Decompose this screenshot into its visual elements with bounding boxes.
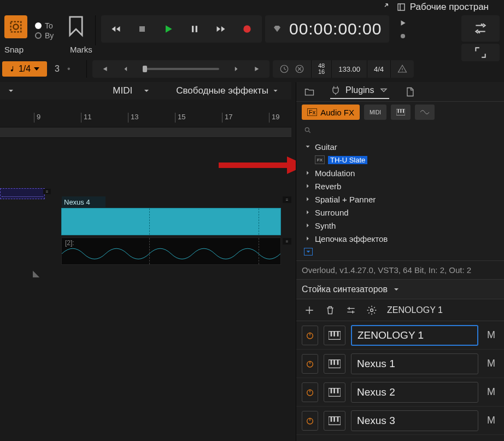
power-button[interactable]: [302, 411, 318, 431]
tree-item-thu-slate[interactable]: FX TH-U Slate: [298, 153, 502, 166]
warning-icon[interactable]: [397, 64, 407, 74]
svg-point-6: [243, 25, 250, 32]
svg-rect-3: [139, 26, 145, 32]
synth-name[interactable]: Nexus 2: [351, 382, 478, 403]
rewind-button[interactable]: [103, 18, 128, 40]
power-button[interactable]: [302, 382, 318, 402]
timeline-ruler[interactable]: 9 11 13 15 17 19: [0, 113, 291, 124]
folder-icon[interactable]: [304, 86, 315, 97]
tree-item-modulation[interactable]: Modulation: [298, 166, 502, 179]
fast-forward-button[interactable]: [208, 18, 233, 40]
tab-plugins[interactable]: Plugins: [330, 85, 389, 99]
file-icon[interactable]: [405, 86, 415, 97]
svg-rect-23: [333, 331, 335, 336]
next-marker-button[interactable]: [225, 61, 247, 77]
marks-count: 3: [55, 64, 60, 74]
svg-rect-9: [13, 66, 13, 71]
goto-end-button[interactable]: [247, 61, 268, 77]
metronome-icon[interactable]: [279, 64, 289, 74]
tree-item-chain[interactable]: Цепочка эффектов: [298, 232, 502, 245]
fx-filter-chip[interactable]: [415, 105, 435, 120]
clip-grip-icon[interactable]: ≡: [43, 189, 51, 194]
mute-button[interactable]: M: [484, 329, 499, 341]
snap-by-dot[interactable]: [35, 32, 42, 39]
free-fx-dropdown[interactable]: Свободные эффекты: [171, 85, 285, 96]
marks-icon[interactable]: [67, 15, 85, 38]
svg-rect-24: [337, 331, 339, 336]
mute-button[interactable]: M: [484, 358, 499, 369]
pause-button[interactable]: [182, 18, 207, 40]
bpm-display[interactable]: 133.00: [331, 60, 367, 78]
clip-label: [2]:: [62, 238, 78, 248]
prev-marker-button[interactable]: [115, 61, 137, 77]
add-synth-button[interactable]: [304, 305, 315, 316]
synth-rack-header[interactable]: Стойка синтезаторов: [296, 279, 504, 299]
svg-rect-15: [398, 109, 399, 113]
clip-grip-icon[interactable]: ≡: [283, 196, 291, 203]
audio-fx-chip[interactable]: Fx Audio FX: [302, 105, 360, 120]
search-input[interactable]: [296, 123, 504, 138]
timesig-display[interactable]: 4/4: [367, 60, 390, 78]
power-button[interactable]: [302, 354, 318, 374]
midi-dropdown[interactable]: MIDI: [107, 85, 138, 96]
clip-lane[interactable]: ≡: [0, 187, 291, 202]
collapse-tri-icon[interactable]: ◣: [33, 268, 39, 278]
svg-point-2: [13, 24, 18, 29]
keyboard-icon[interactable]: [324, 354, 345, 374]
synth-row[interactable]: ZENOLOGY 1M: [296, 321, 504, 350]
synth-name[interactable]: Nexus 3: [351, 410, 478, 431]
timecode-display[interactable]: 00:00:00:00: [265, 15, 389, 43]
svg-rect-39: [337, 416, 339, 421]
clip-grip-icon[interactable]: ≡: [283, 238, 291, 245]
keyboard-icon[interactable]: [324, 382, 345, 402]
mini-record-button[interactable]: [395, 31, 411, 42]
tree-item-reverb[interactable]: Reverb: [298, 179, 502, 193]
chevron-down-icon[interactable]: [142, 86, 151, 95]
timecode-value: 00:00:00:00: [289, 20, 382, 38]
tree-item-surround[interactable]: Surround: [298, 206, 502, 219]
snap-button[interactable]: [4, 15, 27, 38]
stop-button[interactable]: [130, 18, 155, 40]
play-button[interactable]: [156, 18, 181, 40]
expand-button[interactable]: [461, 44, 500, 61]
mini-play-button[interactable]: [395, 18, 411, 28]
goto-start-button[interactable]: [93, 61, 115, 77]
fx-plugin-icon: FX: [315, 155, 325, 164]
mute-button[interactable]: M: [484, 386, 499, 398]
chevron-down-icon: [304, 143, 312, 150]
synth-name[interactable]: ZENOLOGY 1: [351, 325, 478, 346]
audio-clip[interactable]: Nexus 4 ≡: [61, 208, 281, 235]
tap-tempo-icon[interactable]: [295, 64, 304, 74]
beat-display[interactable]: 4816: [311, 60, 331, 78]
synth-row[interactable]: Nexus 3M: [296, 407, 504, 435]
power-button[interactable]: [302, 326, 318, 345]
tree-item-synth[interactable]: Synth: [298, 219, 502, 232]
workspaces-label[interactable]: Рабочие простран: [410, 2, 489, 13]
tree-item-guitar[interactable]: Guitar: [298, 140, 502, 153]
instrument-filter-chip[interactable]: [391, 105, 411, 120]
midi-clip[interactable]: ≡: [0, 188, 45, 199]
synth-name[interactable]: Nexus 1: [351, 353, 478, 374]
chevron-right-icon: [304, 182, 312, 190]
waveform-clip[interactable]: [2]: ≡: [61, 237, 281, 265]
record-button[interactable]: [235, 18, 260, 40]
svg-rect-37: [331, 416, 332, 421]
mute-button[interactable]: M: [484, 415, 499, 426]
svg-rect-5: [196, 26, 197, 32]
scrub-slider[interactable]: [143, 68, 219, 70]
settings-sliders-button[interactable]: [345, 305, 356, 316]
delete-synth-button[interactable]: [325, 305, 336, 316]
keyboard-icon[interactable]: [324, 411, 345, 431]
tree-item-spatial[interactable]: Spatial + Panner: [298, 193, 502, 206]
keyboard-icon[interactable]: [324, 326, 345, 345]
chevron-down-icon[interactable]: [7, 86, 15, 95]
midi-filter-chip[interactable]: MIDI: [364, 105, 386, 120]
snap-value[interactable]: 1/4: [2, 61, 47, 77]
tree-item-collapsed[interactable]: [298, 245, 502, 258]
loop-button[interactable]: [461, 15, 500, 42]
synth-row[interactable]: Nexus 1M: [296, 350, 504, 378]
gear-icon[interactable]: [366, 305, 377, 316]
synth-row[interactable]: Nexus 2M: [296, 378, 504, 407]
collapse-icon[interactable]: [384, 3, 392, 11]
snap-to-dot[interactable]: [35, 22, 42, 29]
